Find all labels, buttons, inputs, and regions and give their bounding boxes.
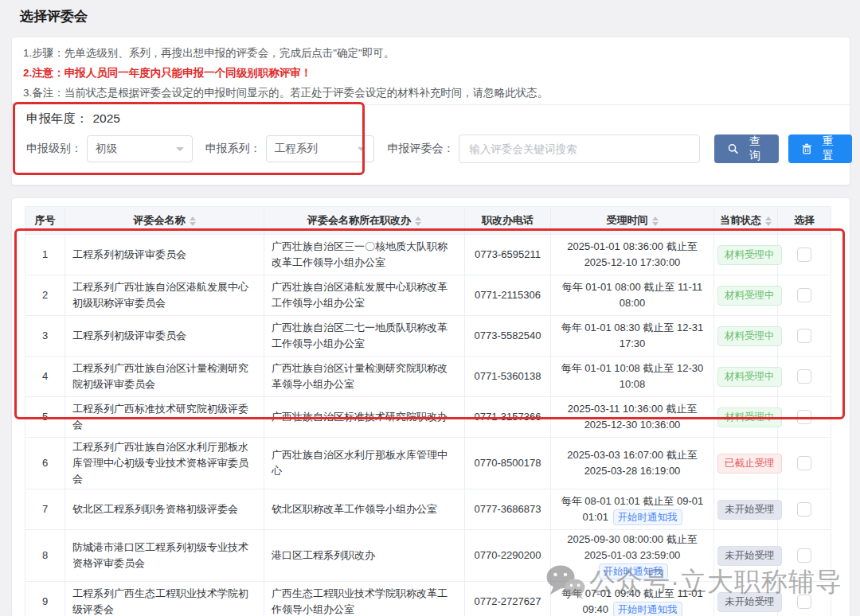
sort-icon[interactable]: [415, 216, 421, 226]
cell-office: 港口区工程系列职改办: [264, 530, 465, 582]
cell-index: 4: [25, 357, 65, 397]
cell-committee-name: 钦北区工程系列职务资格初级评委会: [65, 489, 264, 530]
table-row: 5工程系列广西标准技术研究院初级评委会广西壮族自治区标准技术研究院职改办0771…: [25, 397, 831, 438]
status-badge: 已截止受理: [717, 454, 782, 474]
cell-select: [778, 582, 831, 616]
cell-accept-time: 每年 01-01 08:00 截止至 11-11 08:00: [551, 275, 714, 316]
row-checkbox[interactable]: [797, 548, 811, 563]
notify-when-start-link[interactable]: 开始时通知我: [599, 563, 668, 579]
reset-button-label: 重置: [817, 135, 838, 163]
status-badge: 材料受理中: [717, 407, 782, 427]
cell-committee-name: 工程系列广西壮族自治区水利厅那板水库管理中心初级专业技术资格评审委员会: [65, 438, 264, 489]
search-icon: [728, 143, 738, 154]
column-header[interactable]: 评委会名称: [65, 207, 264, 235]
table-row: 9工程系列广西生态工程职业技术学院初级评委会广西生态工程职业技术学院职称改革工作…: [25, 582, 831, 616]
column-header[interactable]: 评委会名称所在职改办: [264, 207, 465, 235]
cell-status: 材料受理中: [714, 397, 778, 438]
note-line-3: 3.备注：当前状态是根据评委会设定的申报时间显示的。若正处于评委会设定的材料补充…: [23, 83, 548, 103]
row-checkbox[interactable]: [797, 369, 811, 384]
row-checkbox[interactable]: [797, 595, 811, 609]
cell-index: 8: [25, 530, 65, 582]
chevron-down-icon: [358, 147, 366, 155]
apply-year-label: 申报年度：: [26, 111, 88, 125]
column-header-label: 序号: [35, 214, 56, 226]
cell-committee-name: 工程系列广西生态工程职业技术学院初级评委会: [65, 582, 264, 616]
series-select[interactable]: 工程系列: [266, 135, 375, 162]
table-row: 4工程系列广西壮族自治区计量检测研究院初级评审委员会广西壮族自治区计量检测研究院…: [25, 357, 831, 397]
cell-index: 3: [25, 316, 65, 357]
status-badge: 未开始受理: [717, 500, 782, 520]
cell-status: 已截止受理: [714, 438, 778, 489]
status-badge: 未开始受理: [717, 592, 782, 612]
cell-index: 5: [25, 397, 65, 438]
cell-phone: 0773-5582540: [465, 316, 551, 357]
status-badge: 材料受理中: [717, 367, 782, 387]
table-row: 3工程系列初级评审委员会广西壮族自治区二七一地质队职称改革工作领导小组办公室07…: [25, 316, 831, 357]
cell-accept-time: 每年 08-01 01:01 截止至 09-01 01:01 开始时通知我: [551, 489, 714, 530]
cell-select: [778, 357, 831, 397]
trash-icon: [802, 143, 811, 154]
cell-status: 材料受理中: [714, 275, 778, 316]
cell-status: 未开始受理: [714, 582, 778, 616]
cell-accept-time: 每年 07-01 09:40 截止至 11-01 09:40 开始时通知我: [551, 582, 714, 616]
cell-select: [778, 235, 831, 275]
status-badge: 材料受理中: [717, 245, 782, 265]
cell-select: [778, 438, 831, 489]
query-button-label: 查询: [745, 135, 766, 163]
cell-phone: 0773-6595211: [465, 235, 551, 275]
level-select[interactable]: 初级: [87, 135, 193, 162]
column-header: 选择: [778, 207, 831, 235]
cell-office: 广西壮族自治区水利厅那板水库管理中心: [264, 438, 465, 489]
note-line-2: 2.注意：申报人员同一年度内只能申报一个同级别职称评审！: [23, 63, 548, 83]
cell-office: 钦北区职称改革工作领导小组办公室: [264, 489, 465, 530]
column-header[interactable]: 受理时间: [551, 207, 714, 235]
table-row: 2工程系列广西壮族自治区港航发展中心初级职称评审委员会广西壮族自治区港航发展中心…: [25, 275, 831, 316]
committee-label: 申报评委会：: [387, 142, 454, 156]
cell-office: 广西壮族自治区计量检测研究院职称改革领导小组办公室: [264, 357, 465, 397]
cell-index: 9: [25, 582, 65, 616]
cell-committee-name: 工程系列广西壮族自治区港航发展中心初级职称评审委员会: [65, 275, 264, 316]
column-header-label: 选择: [794, 214, 815, 226]
row-checkbox[interactable]: [797, 410, 811, 424]
notify-when-start-link[interactable]: 开始时通知我: [613, 509, 682, 525]
cell-office: 广西壮族自治区三一〇核地质大队职称改革工作领导小组办公室: [264, 235, 465, 275]
cell-committee-name: 工程系列广西标准技术研究院初级评委会: [65, 397, 264, 438]
row-checkbox[interactable]: [797, 329, 811, 343]
level-select-value: 初级: [96, 142, 117, 156]
table-header-row: 序号评委会名称评委会名称所在职改办职改办电话受理时间当前状态选择: [25, 207, 831, 235]
cell-phone: 0771-3157366: [465, 397, 551, 438]
cell-committee-name: 防城港市港口区工程系列初级专业技术资格评审委员会: [65, 530, 264, 582]
query-button[interactable]: 查询: [714, 135, 779, 163]
sort-icon[interactable]: [190, 216, 196, 226]
cell-phone: 0771-5360138: [465, 357, 551, 397]
table-row: 8防城港市港口区工程系列初级专业技术资格评审委员会港口区工程系列职改办0770-…: [25, 530, 831, 582]
column-header: 序号: [25, 207, 65, 235]
reset-button[interactable]: 重置: [788, 135, 852, 163]
column-header: 职改办电话: [465, 207, 551, 235]
cell-select: [778, 530, 831, 582]
row-checkbox[interactable]: [797, 288, 811, 302]
page-title: 选择评委会: [20, 7, 88, 25]
level-label: 申报级别：: [26, 142, 82, 156]
notes-list: 1.步骤：先单选级别、系列，再搜出想申报的评委会，完成后点击"确定"即可。2.注…: [23, 43, 548, 103]
cell-phone: 0777-3686873: [465, 489, 551, 530]
column-header-label: 当前状态: [720, 214, 761, 226]
status-badge: 材料受理中: [717, 326, 782, 346]
row-checkbox[interactable]: [797, 456, 811, 470]
sort-icon[interactable]: [765, 216, 772, 226]
apply-year-value: 2025: [93, 111, 120, 125]
committee-search-input[interactable]: [459, 135, 700, 163]
column-header[interactable]: 当前状态: [714, 207, 778, 235]
column-header-label: 评委会名称所在职改办: [307, 214, 411, 226]
cell-status: 材料受理中: [714, 316, 778, 357]
sort-icon[interactable]: [652, 216, 659, 226]
row-checkbox[interactable]: [797, 502, 811, 517]
table-row: 1工程系列初级评审委员会广西壮族自治区三一〇核地质大队职称改革工作领导小组办公室…: [25, 235, 831, 275]
cell-accept-time: 2025-09-30 08:00:00 截止至 2025-01-03 23:59…: [551, 530, 714, 582]
row-checkbox[interactable]: [797, 248, 811, 262]
column-header-label: 评委会名称: [134, 214, 186, 226]
cell-office: 广西壮族自治区二七一地质队职称改革工作领导小组办公室: [264, 316, 465, 357]
notify-when-start-link[interactable]: 开始时通知我: [613, 602, 682, 616]
cell-index: 1: [25, 235, 65, 275]
cell-index: 6: [25, 438, 65, 489]
